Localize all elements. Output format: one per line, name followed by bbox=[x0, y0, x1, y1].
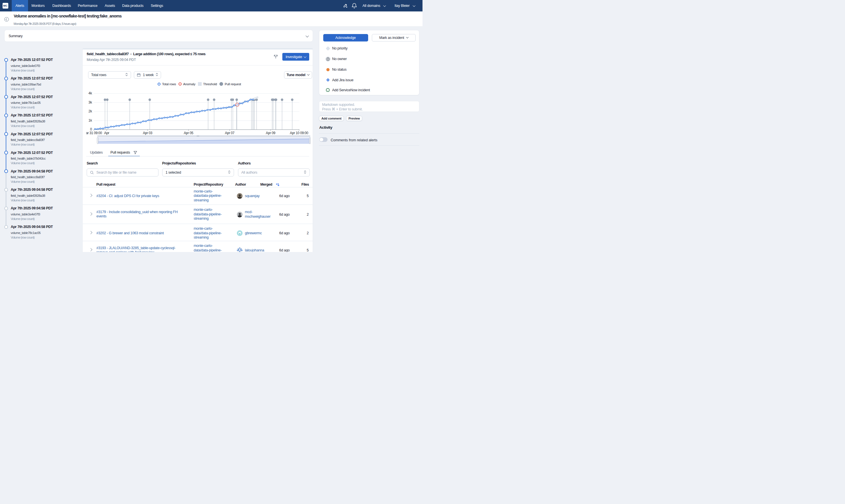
svg-text:Apr 05: Apr 05 bbox=[184, 131, 194, 135]
svg-text:1k: 1k bbox=[88, 119, 92, 122]
svg-text:Apr: Apr bbox=[104, 131, 109, 135]
svg-text:2k: 2k bbox=[88, 109, 92, 113]
svg-text:4k: 4k bbox=[88, 91, 92, 95]
svg-text:Apr 07: Apr 07 bbox=[225, 131, 235, 135]
svg-text:Apr 03: Apr 03 bbox=[143, 131, 152, 135]
svg-text:Apr 10 09:00: Apr 10 09:00 bbox=[290, 131, 308, 135]
svg-text:3k: 3k bbox=[88, 101, 92, 104]
svg-text:Apr 09: Apr 09 bbox=[266, 131, 275, 135]
